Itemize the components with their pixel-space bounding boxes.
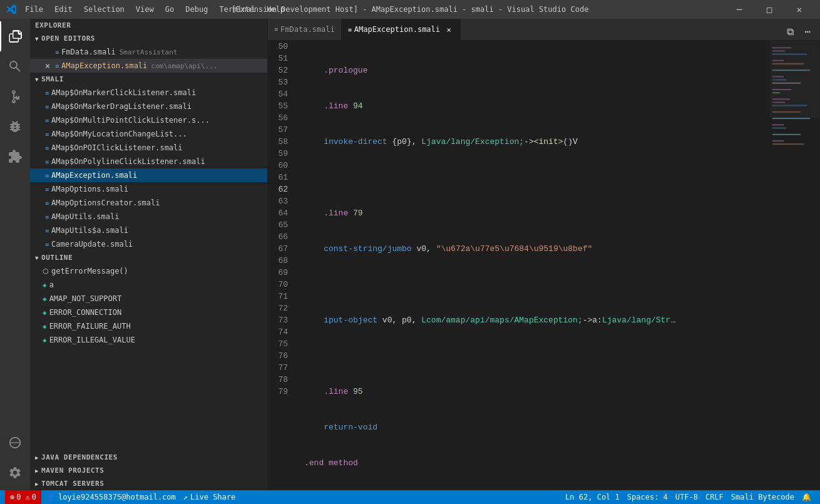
ln-64: 64 — [268, 207, 293, 219]
editor-item-fmdata[interactable]: ≡ FmData.smali SmartAssistant — [30, 45, 267, 59]
ln-76: 76 — [268, 350, 293, 362]
ln-58: 58 — [268, 136, 293, 148]
smali-file-7[interactable]: ≡ AMapOptions.smali — [30, 182, 267, 196]
ln-57: 57 — [268, 124, 293, 136]
file-icon-active: ≡ — [55, 63, 59, 69]
svg-rect-24 — [770, 41, 820, 118]
open-editors-header[interactable]: ▼ OPEN EDITORS — [30, 32, 267, 45]
menu-file[interactable]: File — [20, 4, 48, 15]
activity-settings[interactable] — [0, 458, 30, 488]
tomcat-servers-section[interactable]: ▶ TOMCAT SERVERS — [30, 477, 267, 490]
warning-count: 0 — [32, 493, 36, 501]
outline-header[interactable]: ▼ OUTLINE — [30, 251, 267, 264]
status-errors[interactable]: ⊗ 0 ⚠ 0 — [5, 490, 41, 504]
smali-file-5[interactable]: ≡ AMap$OnPolylineClickListener.smali — [30, 155, 267, 168]
open-editors-section: ▼ OPEN EDITORS ≡ FmData.smali SmartAssis… — [30, 32, 267, 73]
smali-file-11[interactable]: ≡ CameraUpdate.smali — [30, 237, 267, 251]
menu-edit[interactable]: Edit — [49, 4, 78, 15]
outline-label: OUTLINE — [41, 254, 73, 262]
tab-amapexception[interactable]: ≡ AMapException.smali × — [342, 19, 461, 40]
outline-item-2[interactable]: ◈ AMAP_NOT_SUPPORT — [30, 292, 267, 306]
smali-filename-6: AMapException.smali — [51, 171, 137, 180]
status-user[interactable]: 👤 loyie924558375@hotmail.com — [43, 490, 180, 504]
status-line-ending[interactable]: CRLF — [702, 490, 727, 504]
smali-file-0[interactable]: ≡ AMap$OnMarkerClickListener.smali — [30, 86, 267, 100]
maven-projects-section[interactable]: ▶ MAVEN PROJECTS — [30, 464, 267, 477]
status-spaces[interactable]: Spaces: 4 — [623, 490, 672, 504]
smali-icon-5: ≡ — [45, 158, 49, 165]
code-line-58 — [304, 350, 770, 362]
smali-file-10[interactable]: ≡ AMapUtils$a.smali — [30, 224, 267, 237]
ln-60: 60 — [268, 160, 293, 172]
smali-header[interactable]: ▼ SMALI — [30, 73, 267, 86]
smali-file-8[interactable]: ≡ AMapOptionsCreator.smali — [30, 196, 267, 210]
code-content[interactable]: .prologue .line 94 invoke-direct {p0}, L… — [299, 41, 770, 490]
smali-filename-7: AMapOptions.smali — [51, 185, 128, 193]
tomcat-label: TOMCAT SERVERS — [41, 480, 104, 488]
menu-view[interactable]: View — [131, 4, 159, 15]
ln-79: 79 — [268, 386, 293, 398]
more-actions-button[interactable]: ⋯ — [799, 23, 816, 40]
tab-close-amapexception[interactable]: × — [444, 24, 454, 34]
outline-item-0[interactable]: ⬡ getErrorMessage() — [30, 264, 267, 278]
minimize-button[interactable]: ─ — [725, 0, 754, 19]
user-email: loyie924558375@hotmail.com — [58, 493, 176, 501]
editor-item-amapexception[interactable]: × ≡ AMapException.smali com\amap\api\... — [30, 59, 267, 73]
smali-file-6[interactable]: ≡ AMapException.smali — [30, 168, 267, 182]
vscode-logo-icon — [6, 4, 16, 14]
status-language[interactable]: Smali Bytecode — [727, 490, 798, 504]
activity-remote[interactable] — [0, 428, 30, 458]
smali-file-3[interactable]: ≡ AMap$OnMyLocationChangeList... — [30, 127, 267, 141]
smali-filename-2: AMap$OnMultiPointClickListener.s... — [51, 116, 210, 125]
outline-icon-3: ◈ — [43, 309, 47, 317]
smali-file-2[interactable]: ≡ AMap$OnMultiPointClickListener.s... — [30, 113, 267, 127]
user-icon: 👤 — [46, 493, 56, 501]
bottom-sections: ▶ JAVA DEPENDENCIES ▶ MAVEN PROJECTS ▶ T… — [30, 451, 267, 490]
error-count: 0 — [16, 493, 21, 501]
outline-icon-4: ◈ — [43, 322, 47, 331]
ln-78: 78 — [268, 374, 293, 386]
maximize-button[interactable]: □ — [755, 0, 784, 19]
editor-filename-amapexception: AMapException.smali — [61, 61, 147, 70]
smali-filename-11: CameraUpdate.smali — [51, 240, 133, 249]
code-editor[interactable]: 50 51 52 53 54 55 56 57 58 59 60 61 62 6… — [268, 41, 820, 490]
smali-filename-9: AMapUtils.smali — [51, 212, 119, 221]
status-encoding[interactable]: UTF-8 — [672, 490, 702, 504]
ln-65: 65 — [268, 219, 293, 231]
ln-63: 63 — [268, 195, 293, 207]
activity-search[interactable] — [0, 51, 30, 81]
status-live-share[interactable]: ↗ Live Share — [180, 490, 239, 504]
activity-scm[interactable] — [0, 81, 30, 111]
ln-72: 72 — [268, 302, 293, 314]
activity-extensions[interactable] — [0, 141, 30, 172]
status-bell[interactable]: 🔔 — [798, 490, 815, 504]
menu-selection[interactable]: Selection — [79, 4, 130, 15]
menu-go[interactable]: Go — [160, 4, 179, 15]
svg-rect-20 — [772, 127, 786, 128]
tab-label-fmdata: FmData.smali — [280, 25, 335, 34]
smali-file-1[interactable]: ≡ AMap$OnMarkerDragListener.smali — [30, 100, 267, 113]
split-editor-button[interactable]: ⧉ — [781, 23, 799, 40]
outline-item-1[interactable]: ◈ a — [30, 278, 267, 292]
code-line-57: iput-object v0, p0, Lcom/amap/api/maps/A… — [304, 314, 770, 326]
code-line-60: return-void — [304, 421, 770, 433]
activity-debug[interactable] — [0, 111, 30, 141]
java-dependencies-section[interactable]: ▶ JAVA DEPENDENCIES — [30, 451, 267, 464]
smali-file-4[interactable]: ≡ AMap$OnPOIClickListener.smali — [30, 141, 267, 155]
outline-item-4[interactable]: ◈ ERROR_FAILURE_AUTH — [30, 319, 267, 333]
ln-68: 68 — [268, 255, 293, 267]
smali-file-9[interactable]: ≡ AMapUtils.smali — [30, 210, 267, 224]
activity-bottom — [0, 428, 30, 490]
maven-chevron: ▶ — [35, 468, 39, 474]
window-controls: ─ □ ✕ — [725, 0, 814, 19]
close-button[interactable]: ✕ — [785, 0, 814, 19]
outline-item-5[interactable]: ◈ ERROR_ILLEGAL_VALUE — [30, 333, 267, 347]
activity-explorer[interactable] — [0, 21, 30, 51]
tab-fmdata[interactable]: ≡ FmData.smali — [268, 19, 342, 40]
status-position[interactable]: Ln 62, Col 1 — [561, 490, 623, 504]
menu-debug[interactable]: Debug — [180, 4, 213, 15]
editor-area: ≡ FmData.smali ≡ AMapException.smali × ⧉… — [268, 19, 820, 490]
minimap-visual — [770, 41, 820, 490]
outline-item-3[interactable]: ◈ ERROR_CONNECTION — [30, 306, 267, 319]
editor-close-btn[interactable]: × — [43, 61, 53, 71]
